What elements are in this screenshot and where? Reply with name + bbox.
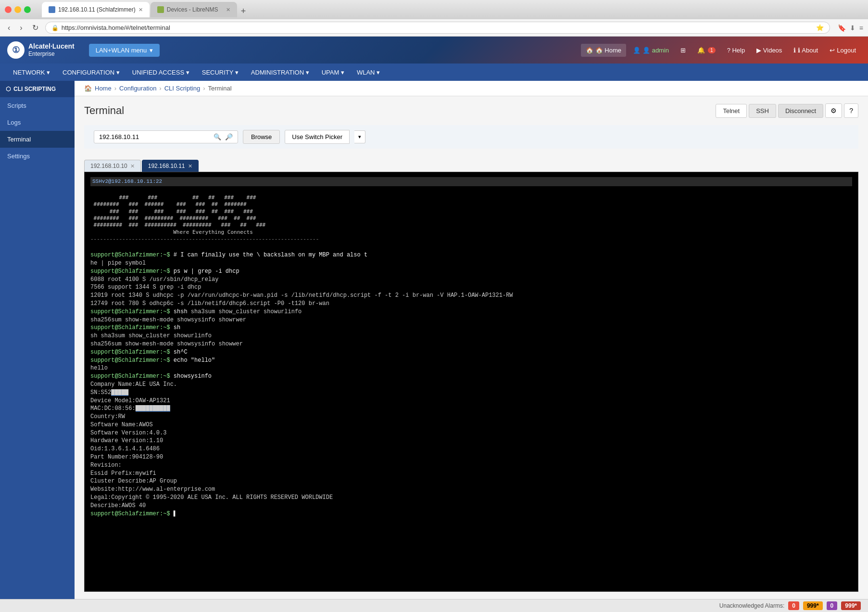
browser-tab-inactive[interactable]: Devices - LibreNMS ✕ xyxy=(151,2,237,17)
search-circle-icon[interactable]: 🔍 xyxy=(214,133,221,140)
forward-button[interactable]: › xyxy=(17,23,25,33)
browse-button[interactable]: Browse xyxy=(243,130,280,144)
sidebar-settings-label: Settings xyxy=(7,153,30,160)
terminal-line-30: Website:http://www.al-enterprise.com xyxy=(90,485,852,494)
tab-label-2: Devices - LibreNMS xyxy=(167,6,218,13)
terminal-line-33: support@Schlafzimmer:~$ ▌ xyxy=(90,510,852,518)
bell-icon: 🔔 xyxy=(697,47,705,54)
grid-button[interactable]: ⊞ xyxy=(676,44,691,57)
breadcrumb-cli-scripting[interactable]: CLI Scripting xyxy=(164,85,200,92)
admin-icon: 👤 xyxy=(633,47,641,54)
breadcrumb-home[interactable]: Home xyxy=(95,85,112,92)
menu-icon[interactable]: ≡ xyxy=(859,24,863,32)
breadcrumb-configuration[interactable]: Configuration xyxy=(119,85,156,92)
minimize-window-btn[interactable] xyxy=(14,6,21,13)
help-button-terminal[interactable]: ? xyxy=(844,103,858,118)
terminal-line-31: Legal:Copyright © 1995-2020 ALE USA Inc.… xyxy=(90,494,852,502)
star-icon[interactable]: ⭐ xyxy=(816,24,824,31)
lan-menu-button[interactable]: LAN+WLAN menu ▾ xyxy=(89,44,160,57)
sidebar-scripts-label: Scripts xyxy=(7,102,26,109)
terminal-line-9: sha256sum show-mesh-mode showsysinfo sho… xyxy=(90,316,852,324)
menu-network-label: NETWORK ▾ xyxy=(13,69,50,76)
admin-button[interactable]: 👤 👤 admin xyxy=(628,44,674,57)
menu-upam[interactable]: UPAM ▾ xyxy=(316,66,350,79)
terminal-line-18: SN:S52█████ xyxy=(90,389,852,397)
search-icon[interactable]: 🔎 xyxy=(225,133,233,140)
menu-administration-label: ADMINISTRATION ▾ xyxy=(251,69,309,76)
tab-close-btn[interactable]: ✕ xyxy=(138,7,143,13)
terminal-line-7: 12749 root 780 S odhcp6c -s /lib/netifd/… xyxy=(90,300,852,308)
new-tab-button[interactable]: + xyxy=(238,5,249,17)
alarm-count-red[interactable]: 0 xyxy=(788,601,799,610)
menu-unified-access-label: UNIFIED ACCESS ▾ xyxy=(132,69,189,76)
terminal-line-17: Company Name:ALE USA Inc. xyxy=(90,381,852,389)
switch-picker-button[interactable]: Use Switch Picker xyxy=(285,130,350,144)
tab-close-1[interactable]: ✕ xyxy=(188,163,192,169)
sidebar-header-label: CLI SCRIPTING xyxy=(13,86,56,92)
alarm-count-yellow[interactable]: 999* xyxy=(803,601,823,610)
terminal-line-11: sh sha3sum show_cluster showurlinfo xyxy=(90,332,852,340)
videos-button[interactable]: ▶ Videos xyxy=(752,44,787,57)
lan-menu-label: LAN+WLAN menu xyxy=(96,47,147,54)
menu-network[interactable]: NETWORK ▾ xyxy=(7,66,56,79)
top-nav-right: 🏠 🏠 Home 👤 👤 admin ⊞ 🔔 1 ? Help xyxy=(581,44,861,57)
terminal-line-8: support@Schlafzimmer:~$ shsh sha3sum sho… xyxy=(90,308,852,316)
menu-configuration[interactable]: CONFIGURATION ▾ xyxy=(57,66,126,79)
menu-unified-access[interactable]: UNIFIED ACCESS ▾ xyxy=(126,66,195,79)
maximize-window-btn[interactable] xyxy=(24,6,31,13)
download-icon[interactable]: ⬇ xyxy=(850,24,855,32)
reload-button[interactable]: ↻ xyxy=(29,22,41,33)
terminal-line-23: Software Version:4.0.3 xyxy=(90,429,852,437)
sidebar-item-scripts[interactable]: Scripts xyxy=(0,97,75,114)
sidebar-terminal-label: Terminal xyxy=(7,136,31,143)
back-button[interactable]: ‹ xyxy=(5,23,13,33)
switch-picker-dropdown[interactable]: ▾ xyxy=(354,130,365,143)
content-area: ⬡ CLI SCRIPTING Scripts Logs Terminal Se… xyxy=(0,81,868,599)
browser-tab-active[interactable]: 192.168.10.11 (Schlafzimmer) ✕ xyxy=(42,2,150,17)
sidebar-header: ⬡ CLI SCRIPTING xyxy=(0,81,75,97)
menu-security-label: SECURITY ▾ xyxy=(202,69,239,76)
sidebar-item-terminal[interactable]: Terminal xyxy=(0,131,75,148)
bookmark-icon[interactable]: 🔖 xyxy=(838,24,846,32)
settings-button[interactable]: ⚙ xyxy=(825,103,842,118)
address-field[interactable]: 🔒 https://omnivista.home/#/telnet/termin… xyxy=(45,22,830,34)
main-menu: NETWORK ▾ CONFIGURATION ▾ UNIFIED ACCESS… xyxy=(0,64,868,81)
terminal-line-28: Essid Prefix:mywifi xyxy=(90,470,852,478)
terminal-line-20: MAC:DC:08:56:██████████ xyxy=(90,405,852,413)
terminal-container: 192.168.10.10 ✕ 192.168.10.11 ✕ SSHv2@19… xyxy=(84,156,858,592)
about-button[interactable]: ℹ ℹ About xyxy=(789,44,823,57)
browser-actions: 🔖 ⬇ ≡ xyxy=(838,24,863,32)
sidebar-item-settings[interactable]: Settings xyxy=(0,148,75,165)
terminal-tab-1[interactable]: 192.168.10.11 ✕ xyxy=(142,160,199,172)
address-bar-row: ‹ › ↻ 🔒 https://omnivista.home/#/telnet/… xyxy=(0,19,868,37)
home-nav-button[interactable]: 🏠 🏠 Home xyxy=(581,44,626,57)
ip-input[interactable] xyxy=(99,133,210,140)
terminal-output[interactable]: SSHv2@192.168.10.11:22 ### ### ## ## ###… xyxy=(84,172,858,592)
tab-close-0[interactable]: ✕ xyxy=(130,163,135,169)
tab-label: 192.168.10.11 (Schlafzimmer) xyxy=(58,6,136,13)
alarm-count-darkred[interactable]: 999* xyxy=(841,601,861,610)
menu-security[interactable]: SECURITY ▾ xyxy=(196,66,244,79)
top-nav: ① Alcatel·Lucent Enterprise LAN+WLAN men… xyxy=(0,37,868,64)
sidebar-header-icon: ⬡ xyxy=(6,86,11,92)
address-text: https://omnivista.home/#/telnet/terminal xyxy=(62,24,813,31)
videos-label: ▶ Videos xyxy=(756,47,782,54)
ssh-button[interactable]: SSH xyxy=(749,104,776,118)
alarm-count-purple[interactable]: 0 xyxy=(827,601,838,610)
terminal-line-19: Device Model:OAW-AP1321 xyxy=(90,397,852,405)
help-button[interactable]: ? Help xyxy=(722,44,750,57)
menu-administration[interactable]: ADMINISTRATION ▾ xyxy=(245,66,315,79)
menu-wlan[interactable]: WLAN ▾ xyxy=(351,66,386,79)
terminal-line-13: support@Schlafzimmer:~$ sh^C xyxy=(90,348,852,357)
telnet-button[interactable]: Telnet xyxy=(716,104,747,118)
disconnect-button[interactable]: Disconnect xyxy=(778,104,823,118)
sidebar-logs-label: Logs xyxy=(7,119,21,126)
notification-button[interactable]: 🔔 1 xyxy=(692,44,720,57)
terminal-tab-0[interactable]: 192.168.10.10 ✕ xyxy=(84,160,141,172)
divider: ----------------------------------------… xyxy=(90,236,852,243)
close-window-btn[interactable] xyxy=(5,6,12,13)
logout-button[interactable]: ↩ Logout xyxy=(825,44,861,57)
sidebar-item-logs[interactable]: Logs xyxy=(0,114,75,131)
terminal-line-1: support@Schlafzimmer:~$ # I can finally … xyxy=(90,251,852,259)
tab-close-btn-2[interactable]: ✕ xyxy=(226,7,230,13)
